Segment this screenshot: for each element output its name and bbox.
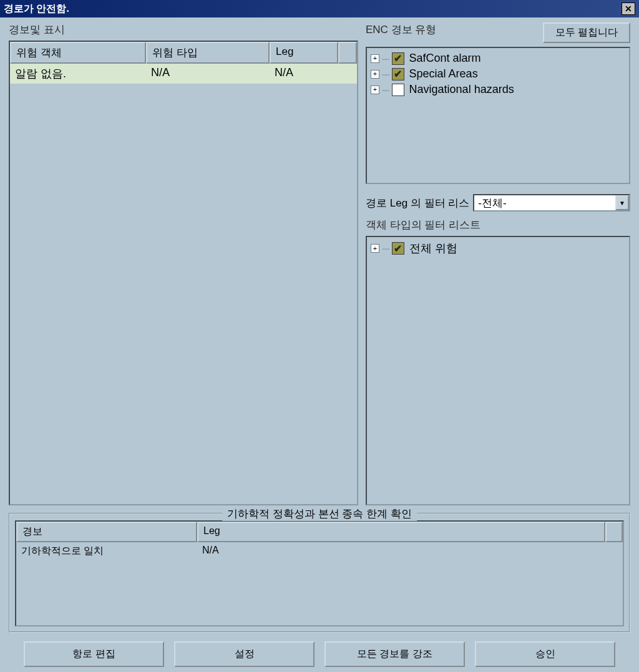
leg-filter-label: 경로 Leg 의 필터 리스 — [366, 196, 469, 210]
tree-item-all-dangers[interactable]: + ···· ✔ 전체 위험 — [371, 241, 625, 256]
geometry-cell-alarm: 기하학적으로 일치 — [16, 542, 197, 560]
checkbox-all-dangers[interactable]: ✔ — [392, 242, 404, 255]
geometry-col-leg[interactable]: Leg — [197, 522, 605, 542]
dropdown-arrow-icon[interactable]: ▼ — [615, 195, 629, 210]
alarms-table-header: 위험 객체 위험 타입 Leg — [10, 42, 357, 64]
ok-button[interactable]: 승인 — [475, 641, 615, 667]
alarms-cell-type: N/A — [146, 64, 270, 84]
tree-item-nav-hazards[interactable]: + ···· Navigational hazards — [371, 83, 625, 96]
close-button[interactable]: ✕ — [622, 2, 635, 15]
alarms-col-object[interactable]: 위험 객체 — [10, 42, 146, 64]
alarms-col-leg[interactable]: Leg — [270, 42, 338, 64]
route-edit-button[interactable]: 항로 편집 — [24, 641, 164, 667]
tree-connector: ···· — [382, 85, 389, 95]
leg-filter-value: -전체- — [474, 196, 615, 210]
geometry-table[interactable]: 경보 Leg 기하학적으로 일치 N/A — [15, 520, 624, 626]
tree-item-safcont[interactable]: + ···· ✔ SafCont alarm — [371, 52, 625, 65]
close-icon: ✕ — [625, 4, 632, 14]
geometry-legend: 기하학적 정확성과 본선 종속 한계 확인 — [222, 507, 417, 521]
tree-label-all-dangers: 전체 위험 — [409, 241, 457, 256]
geometry-col-spacer — [605, 522, 623, 542]
expand-icon[interactable]: + — [371, 70, 379, 79]
alarms-cell-leg: N/A — [270, 64, 338, 84]
checkbox-nav-hazards[interactable] — [392, 84, 404, 96]
tree-item-special-areas[interactable]: + ···· ✔ Special Areas — [371, 67, 625, 80]
geometry-table-row[interactable]: 기하학적으로 일치 N/A — [16, 542, 623, 560]
object-type-tree[interactable]: + ···· ✔ 전체 위험 — [366, 236, 630, 505]
geometry-check-panel: 기하학적 정확성과 본선 종속 한계 확인 경보 Leg 기하학적으로 일치 N… — [9, 513, 630, 633]
obj-filter-label: 객체 타입의 필터 리스트 — [366, 218, 630, 232]
expand-icon[interactable]: + — [371, 54, 379, 63]
highlight-all-button[interactable]: 모든 경보를 강조 — [324, 641, 465, 667]
window-title: 경로가 안전함. — [4, 2, 69, 16]
tree-label-special-areas: Special Areas — [409, 67, 478, 80]
tree-connector: ···· — [382, 69, 389, 79]
alarms-table-row[interactable]: 알람 없음. N/A N/A — [10, 64, 357, 84]
titlebar: 경로가 안전함. ✕ — [0, 0, 639, 17]
settings-button[interactable]: 설정 — [174, 641, 315, 667]
checkbox-special-areas[interactable]: ✔ — [392, 68, 404, 80]
alarms-label: 경보및 표시 — [9, 22, 358, 37]
tree-label-safcont: SafCont alarm — [409, 52, 481, 65]
alarms-col-type[interactable]: 위험 타입 — [146, 42, 270, 64]
alarms-table[interactable]: 위험 객체 위험 타입 Leg 알람 없음. N/A N/A — [9, 41, 358, 505]
tree-connector: ···· — [382, 243, 389, 253]
geometry-col-alarm[interactable]: 경보 — [16, 522, 197, 542]
geometry-cell-leg: N/A — [197, 542, 623, 560]
enc-tree[interactable]: + ···· ✔ SafCont alarm + ···· ✔ Special … — [366, 47, 630, 184]
expand-all-button[interactable]: 모두 펼칩니다 — [543, 22, 630, 43]
expand-icon[interactable]: + — [371, 244, 379, 253]
alarms-panel: 경보및 표시 위험 객체 위험 타입 Leg 알람 없음. N/A N/A — [9, 22, 358, 505]
checkbox-safcont[interactable]: ✔ — [392, 52, 404, 65]
enc-alarm-type-label: ENC 경보 유형 — [366, 22, 436, 37]
alarms-cell-object: 알람 없음. — [10, 64, 146, 84]
expand-icon[interactable]: + — [371, 85, 379, 94]
button-bar: 항로 편집 설정 모든 경보를 강조 승인 — [9, 641, 630, 667]
leg-filter-dropdown[interactable]: -전체- ▼ — [473, 194, 630, 212]
tree-label-nav-hazards: Navigational hazards — [409, 83, 514, 96]
alarms-col-spacer — [338, 42, 357, 64]
tree-connector: ···· — [382, 54, 389, 64]
